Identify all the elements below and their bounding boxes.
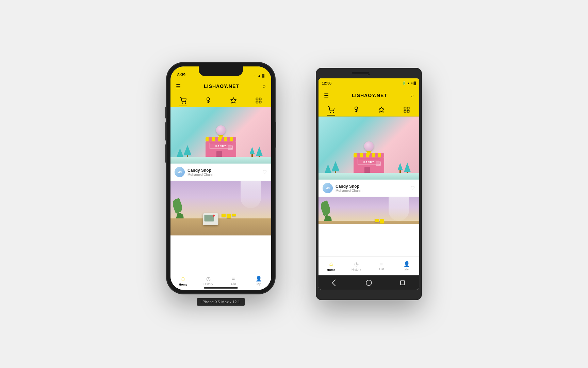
card-candy-image: CANDY	[170, 107, 271, 164]
svg-rect-5	[256, 101, 258, 103]
history-nav-icon: ◷	[206, 276, 211, 282]
android-candy-image: CANDY	[318, 117, 419, 180]
yellow-blocks	[222, 214, 236, 218]
svg-rect-6	[259, 101, 261, 103]
game-table	[170, 218, 271, 235]
android-recents-button[interactable]	[398, 279, 407, 287]
iphone-side-btn-vol-down	[165, 144, 166, 163]
android-candy-title: Candy Shop	[336, 184, 411, 189]
android-system-nav	[318, 275, 419, 290]
search-icon[interactable]: ⌕	[262, 83, 266, 89]
android-battery-icon: 🔋	[402, 81, 406, 85]
candy-shop-title: Candy Shop	[187, 168, 263, 173]
iphone-device-label: iPhone XS Max - 12.1	[197, 298, 245, 306]
candy-building: CANDY	[206, 136, 236, 158]
svg-point-8	[333, 112, 334, 112]
iphone-content-area: CANDY	[170, 107, 271, 271]
android-wifi-icon: ▲	[407, 81, 410, 85]
tab-icon-download[interactable]	[201, 95, 215, 106]
android-candy-author: Mohamed Chahin	[336, 189, 411, 193]
svg-point-7	[330, 112, 331, 112]
android-history-nav-icon: ◷	[354, 261, 359, 267]
menu-icon[interactable]: ☰	[176, 83, 181, 90]
svg-marker-2	[231, 97, 236, 103]
android-nav-home[interactable]: ⌂ Home	[318, 260, 344, 272]
iphone-side-btn-power	[275, 122, 276, 148]
android-frame: 12:36 🔋 ▲ 4 ▓ ☰ LISHAOY.NET ⌕	[316, 68, 422, 300]
android-candy-building: CANDY	[354, 152, 384, 174]
android-candy-text: Candy Shop Mohamed Chahin	[336, 184, 411, 193]
tab-icon-cart[interactable]	[176, 95, 190, 106]
android-my-nav-icon: 👤	[404, 261, 410, 267]
android-tab-cart[interactable]	[324, 104, 338, 115]
iphone-screen: 8:39 ··· ▲ ▓ ☰ LISHAOY.NET ⌕	[170, 66, 271, 290]
android-home-button[interactable]	[365, 279, 373, 287]
list-nav-icon: ≡	[232, 276, 235, 281]
battery-icon: ▓	[262, 74, 264, 77]
android-back-button[interactable]	[331, 279, 339, 287]
android-candy-scene: CANDY	[318, 117, 419, 180]
home-nav-label: Home	[179, 283, 187, 286]
tab-icon-grid[interactable]	[252, 95, 265, 106]
android-icon-tabs	[318, 103, 419, 117]
android-history-nav-label: History	[352, 268, 361, 271]
android-candy-heart-icon[interactable]: ♡	[411, 185, 415, 191]
app-header: ☰ LISHAOY.NET ⌕	[170, 79, 271, 94]
android-candy-avatar: MC	[323, 183, 333, 193]
android-list-nav-icon: ≡	[380, 261, 383, 267]
candy-shop-info: MC Candy Shop Mohamed Chahin ♡	[170, 164, 271, 181]
android-card-game	[318, 197, 419, 224]
card-candy-shop: CANDY	[170, 107, 271, 181]
android-list-nav-label: List	[379, 267, 384, 271]
android-status-icons: 🔋 ▲ 4 ▓	[402, 81, 416, 85]
android-game-image	[318, 197, 419, 224]
android-nav-list[interactable]: ≡ List	[369, 261, 394, 271]
android-app-bottom-nav: ⌂ Home ◷ History ≡ List 👤 My	[318, 256, 419, 275]
nav-item-home[interactable]: ⌂ Home	[170, 275, 196, 286]
home-indicator	[204, 287, 238, 289]
game-scene	[170, 181, 271, 235]
svg-rect-3	[256, 98, 258, 100]
svg-rect-4	[259, 98, 261, 100]
android-screen: 12:36 🔋 ▲ 4 ▓ ☰ LISHAOY.NET ⌕	[318, 78, 419, 290]
android-device-wrapper: 12:36 🔋 ▲ 4 ▓ ☰ LISHAOY.NET ⌕	[316, 68, 422, 300]
game-device	[203, 213, 218, 225]
candy-shop-heart-icon[interactable]: ♡	[263, 169, 267, 175]
android-my-nav-label: My	[405, 268, 409, 271]
android-app-title: LISHAOY.NET	[352, 93, 387, 98]
nav-item-list[interactable]: ≡ List	[221, 276, 246, 286]
android-nav-my[interactable]: 👤 My	[394, 261, 419, 271]
android-tab-download[interactable]	[349, 104, 363, 115]
nav-item-history[interactable]: ◷ History	[196, 276, 221, 286]
android-tab-grid[interactable]	[400, 104, 413, 115]
android-search-icon[interactable]: ⌕	[410, 92, 414, 98]
svg-point-1	[185, 103, 186, 103]
android-nav-history[interactable]: ◷ History	[344, 261, 369, 271]
iphone-side-btn-vol-up	[165, 122, 166, 141]
android-4g-icon: 4	[411, 81, 412, 85]
android-home-nav-icon: ⌂	[329, 260, 333, 267]
android-time: 12:36	[322, 81, 331, 85]
android-card-candy-shop: CANDY	[318, 117, 419, 197]
android-menu-icon[interactable]: ☰	[324, 92, 329, 99]
tab-icon-star[interactable]	[227, 95, 240, 106]
history-nav-label: History	[203, 282, 213, 286]
android-content-area: CANDY	[318, 117, 419, 275]
android-signal-icon: ▓	[413, 81, 416, 85]
candy-shop-avatar: MC	[175, 167, 185, 177]
android-game-scene	[318, 197, 419, 224]
home-nav-icon: ⌂	[181, 275, 185, 282]
svg-rect-12	[404, 110, 406, 112]
list-nav-label: List	[231, 282, 236, 286]
nav-item-my[interactable]: 👤 My	[246, 276, 271, 286]
iphone-time: 8:39	[177, 67, 185, 77]
svg-rect-10	[404, 107, 406, 109]
android-status-bar: 12:36 🔋 ▲ 4 ▓	[318, 78, 419, 88]
android-tab-star[interactable]	[375, 104, 388, 115]
wifi-icon: ▲	[258, 74, 261, 77]
android-home-nav-label: Home	[327, 268, 335, 272]
android-speaker	[352, 72, 369, 74]
candy-shop-author: Mohamed Chahin	[187, 173, 263, 177]
svg-marker-9	[379, 107, 385, 112]
card-game-scene	[170, 181, 271, 235]
